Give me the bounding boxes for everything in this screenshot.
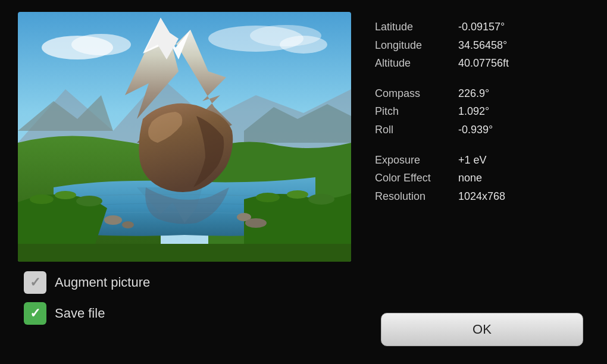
metadata-label: Color Effect	[375, 169, 446, 187]
metadata-label: Resolution	[375, 187, 446, 206]
svg-point-20	[122, 221, 134, 228]
svg-rect-23	[18, 244, 351, 262]
metadata-row: Resolution1024x768	[375, 187, 589, 206]
svg-point-13	[30, 194, 54, 204]
svg-point-22	[245, 218, 267, 228]
metadata-row: Latitude-0.09157°	[375, 18, 589, 36]
metadata-label: Altitude	[375, 54, 446, 73]
landscape-image	[18, 12, 351, 262]
save-file-checkbox[interactable]: ✓	[24, 302, 46, 325]
metadata-value: -0.09157°	[458, 18, 505, 36]
metadata-label: Longitude	[375, 36, 446, 55]
checkboxes: ✓ Augment picture ✓ Save file	[18, 271, 351, 325]
metadata-row: Pitch1.092°	[375, 102, 589, 121]
left-panel: ✓ Augment picture ✓ Save file	[18, 12, 351, 352]
svg-point-14	[55, 191, 76, 199]
metadata-label: Exposure	[375, 151, 446, 170]
augment-picture-row[interactable]: ✓ Augment picture	[24, 271, 351, 294]
augment-picture-checkbox[interactable]: ✓	[24, 271, 46, 294]
svg-point-5	[280, 36, 327, 54]
ok-button-container: OK	[375, 313, 589, 352]
metadata-value: 40.07756ft	[458, 54, 509, 73]
metadata-label: Compass	[375, 84, 446, 103]
save-checkmark: ✓	[30, 306, 40, 321]
metadata-row: Color Effectnone	[375, 169, 589, 187]
augment-checkmark: ✓	[30, 275, 40, 290]
metadata-value: 34.56458°	[458, 36, 507, 55]
metadata-row: Compass226.9°	[375, 84, 589, 103]
metadata-row: Altitude40.07756ft	[375, 54, 589, 73]
save-file-row[interactable]: ✓ Save file	[24, 302, 351, 325]
augment-picture-label: Augment picture	[55, 275, 150, 290]
metadata-row: Longitude34.56458°	[375, 36, 589, 55]
metadata-value: none	[458, 169, 482, 187]
main-container: ✓ Augment picture ✓ Save file Latitude-0…	[0, 0, 607, 364]
svg-point-15	[76, 196, 102, 206]
metadata-row: Exposure+1 eV	[375, 151, 589, 170]
ok-button[interactable]: OK	[381, 313, 583, 346]
metadata-label: Pitch	[375, 102, 446, 121]
metadata-value: +1 eV	[458, 151, 487, 170]
save-file-label: Save file	[55, 306, 105, 321]
metadata-section: Latitude-0.09157°Longitude34.56458°Altit…	[375, 18, 589, 217]
svg-point-2	[71, 34, 131, 55]
metadata-value: 1.092°	[458, 102, 489, 121]
metadata-value: 226.9°	[458, 84, 489, 103]
metadata-group: Latitude-0.09157°Longitude34.56458°Altit…	[375, 18, 589, 73]
svg-point-19	[104, 215, 122, 225]
svg-point-16	[256, 193, 280, 202]
metadata-value: -0.939°	[458, 121, 493, 139]
metadata-row: Roll-0.939°	[375, 121, 589, 139]
metadata-group: Compass226.9°Pitch1.092°Roll-0.939°	[375, 84, 589, 139]
svg-point-18	[308, 194, 334, 205]
metadata-value: 1024x768	[458, 187, 505, 206]
right-panel: Latitude-0.09157°Longitude34.56458°Altit…	[375, 12, 589, 352]
metadata-label: Roll	[375, 121, 446, 139]
metadata-group: Exposure+1 eVColor EffectnoneResolution1…	[375, 151, 589, 206]
metadata-label: Latitude	[375, 18, 446, 36]
photo-frame	[18, 12, 351, 262]
svg-point-17	[287, 190, 308, 199]
